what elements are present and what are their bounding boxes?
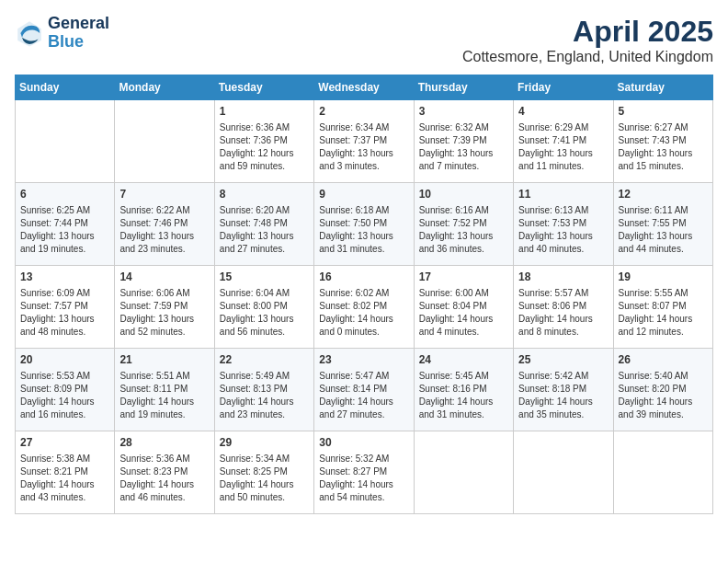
day-number: 26 [619, 352, 708, 368]
calendar-cell [613, 431, 712, 514]
logo: General Blue [15, 15, 109, 52]
cell-info: Sunrise: 6:02 AM Sunset: 8:02 PM Dayligh… [319, 287, 408, 339]
cell-info: Sunrise: 5:38 AM Sunset: 8:21 PM Dayligh… [20, 453, 109, 504]
calendar-cell: 24Sunrise: 5:45 AM Sunset: 8:16 PM Dayli… [414, 349, 513, 431]
day-number: 8 [220, 187, 309, 202]
calendar-cell: 4Sunrise: 6:29 AM Sunset: 7:41 PM Daylig… [514, 100, 613, 183]
cell-info: Sunrise: 6:36 AM Sunset: 7:36 PM Dayligh… [220, 121, 309, 173]
calendar-cell: 19Sunrise: 5:55 AM Sunset: 8:07 PM Dayli… [613, 266, 712, 349]
cell-info: Sunrise: 6:09 AM Sunset: 7:57 PM Dayligh… [20, 287, 109, 339]
calendar-week-4: 20Sunrise: 5:53 AM Sunset: 8:09 PM Dayli… [16, 349, 713, 431]
cell-info: Sunrise: 5:40 AM Sunset: 8:20 PM Dayligh… [619, 370, 708, 421]
day-number: 27 [20, 435, 109, 451]
calendar-cell: 11Sunrise: 6:13 AM Sunset: 7:53 PM Dayli… [514, 183, 613, 266]
calendar-cell [115, 100, 214, 183]
day-number: 13 [20, 270, 109, 285]
cell-info: Sunrise: 6:27 AM Sunset: 7:43 PM Dayligh… [619, 121, 708, 173]
day-number: 28 [119, 435, 209, 451]
column-header-saturday: Saturday [613, 75, 712, 100]
calendar-cell: 20Sunrise: 5:53 AM Sunset: 8:09 PM Dayli… [16, 349, 115, 431]
calendar-cell: 9Sunrise: 6:18 AM Sunset: 7:50 PM Daylig… [314, 183, 414, 266]
calendar-week-5: 27Sunrise: 5:38 AM Sunset: 8:21 PM Dayli… [16, 431, 713, 514]
calendar-cell: 8Sunrise: 6:20 AM Sunset: 7:48 PM Daylig… [214, 183, 313, 266]
column-header-friday: Friday [514, 75, 613, 100]
calendar-cell: 3Sunrise: 6:32 AM Sunset: 7:39 PM Daylig… [414, 100, 513, 183]
calendar-cell: 13Sunrise: 6:09 AM Sunset: 7:57 PM Dayli… [16, 266, 115, 349]
calendar-cell: 14Sunrise: 6:06 AM Sunset: 7:59 PM Dayli… [115, 266, 214, 349]
calendar-cell: 6Sunrise: 6:25 AM Sunset: 7:44 PM Daylig… [16, 183, 115, 266]
calendar-cell [514, 431, 613, 514]
logo-line1: General [48, 15, 109, 33]
day-number: 19 [619, 270, 708, 285]
cell-info: Sunrise: 6:16 AM Sunset: 7:52 PM Dayligh… [419, 204, 508, 256]
day-number: 21 [119, 352, 209, 368]
cell-info: Sunrise: 5:34 AM Sunset: 8:25 PM Dayligh… [220, 453, 309, 504]
day-number: 30 [319, 435, 408, 451]
title-block: April 2025 Cottesmore, England, United K… [462, 15, 713, 65]
page-subtitle: Cottesmore, England, United Kingdom [462, 49, 713, 65]
day-number: 16 [319, 270, 408, 285]
day-number: 25 [518, 352, 608, 368]
calendar-cell: 23Sunrise: 5:47 AM Sunset: 8:14 PM Dayli… [314, 349, 414, 431]
cell-info: Sunrise: 6:18 AM Sunset: 7:50 PM Dayligh… [319, 204, 408, 256]
cell-info: Sunrise: 5:47 AM Sunset: 8:14 PM Dayligh… [319, 370, 408, 421]
day-number: 9 [319, 187, 408, 202]
calendar-cell: 2Sunrise: 6:34 AM Sunset: 7:37 PM Daylig… [314, 100, 414, 183]
calendar-cell: 1Sunrise: 6:36 AM Sunset: 7:36 PM Daylig… [214, 100, 313, 183]
calendar-cell: 22Sunrise: 5:49 AM Sunset: 8:13 PM Dayli… [214, 349, 313, 431]
day-number: 5 [619, 104, 708, 120]
calendar-cell: 5Sunrise: 6:27 AM Sunset: 7:43 PM Daylig… [613, 100, 712, 183]
day-number: 12 [619, 187, 708, 202]
calendar-cell [16, 100, 115, 183]
cell-info: Sunrise: 5:57 AM Sunset: 8:06 PM Dayligh… [518, 287, 608, 339]
day-number: 3 [419, 104, 508, 120]
calendar-cell: 29Sunrise: 5:34 AM Sunset: 8:25 PM Dayli… [214, 431, 313, 514]
logo-icon [15, 18, 44, 48]
day-number: 6 [20, 187, 109, 202]
calendar-week-1: 1Sunrise: 6:36 AM Sunset: 7:36 PM Daylig… [16, 100, 713, 183]
cell-info: Sunrise: 6:32 AM Sunset: 7:39 PM Dayligh… [419, 121, 508, 173]
column-header-monday: Monday [115, 75, 214, 100]
calendar-cell: 15Sunrise: 6:04 AM Sunset: 8:00 PM Dayli… [214, 266, 313, 349]
cell-info: Sunrise: 5:32 AM Sunset: 8:27 PM Dayligh… [319, 453, 408, 504]
calendar-cell: 12Sunrise: 6:11 AM Sunset: 7:55 PM Dayli… [613, 183, 712, 266]
calendar-cell [414, 431, 513, 514]
day-number: 14 [119, 270, 209, 285]
cell-info: Sunrise: 5:51 AM Sunset: 8:11 PM Dayligh… [119, 370, 209, 421]
cell-info: Sunrise: 5:49 AM Sunset: 8:13 PM Dayligh… [220, 370, 309, 421]
day-number: 17 [419, 270, 508, 285]
cell-info: Sunrise: 6:06 AM Sunset: 7:59 PM Dayligh… [119, 287, 209, 339]
calendar-cell: 10Sunrise: 6:16 AM Sunset: 7:52 PM Dayli… [414, 183, 513, 266]
page-title: April 2025 [462, 15, 713, 49]
cell-info: Sunrise: 6:20 AM Sunset: 7:48 PM Dayligh… [220, 204, 309, 256]
day-number: 4 [518, 104, 608, 120]
cell-info: Sunrise: 5:45 AM Sunset: 8:16 PM Dayligh… [419, 370, 508, 421]
day-number: 24 [419, 352, 508, 368]
column-header-wednesday: Wednesday [314, 75, 414, 100]
cell-info: Sunrise: 6:25 AM Sunset: 7:44 PM Dayligh… [20, 204, 109, 256]
column-header-sunday: Sunday [16, 75, 115, 100]
calendar-week-2: 6Sunrise: 6:25 AM Sunset: 7:44 PM Daylig… [16, 183, 713, 266]
cell-info: Sunrise: 6:11 AM Sunset: 7:55 PM Dayligh… [619, 204, 708, 256]
cell-info: Sunrise: 6:00 AM Sunset: 8:04 PM Dayligh… [419, 287, 508, 339]
day-number: 11 [518, 187, 608, 202]
day-number: 23 [319, 352, 408, 368]
page-header: General Blue April 2025 Cottesmore, Engl… [15, 15, 713, 65]
calendar-cell: 21Sunrise: 5:51 AM Sunset: 8:11 PM Dayli… [115, 349, 214, 431]
calendar-cell: 28Sunrise: 5:36 AM Sunset: 8:23 PM Dayli… [115, 431, 214, 514]
calendar-cell: 30Sunrise: 5:32 AM Sunset: 8:27 PM Dayli… [314, 431, 414, 514]
calendar-cell: 26Sunrise: 5:40 AM Sunset: 8:20 PM Dayli… [613, 349, 712, 431]
cell-info: Sunrise: 6:34 AM Sunset: 7:37 PM Dayligh… [319, 121, 408, 173]
day-number: 7 [119, 187, 209, 202]
calendar-cell: 17Sunrise: 6:00 AM Sunset: 8:04 PM Dayli… [414, 266, 513, 349]
cell-info: Sunrise: 5:42 AM Sunset: 8:18 PM Dayligh… [518, 370, 608, 421]
cell-info: Sunrise: 6:04 AM Sunset: 8:00 PM Dayligh… [220, 287, 309, 339]
day-number: 22 [220, 352, 309, 368]
logo-line2: Blue [48, 33, 109, 52]
calendar-header: SundayMondayTuesdayWednesdayThursdayFrid… [16, 75, 713, 100]
day-number: 18 [518, 270, 608, 285]
cell-info: Sunrise: 6:13 AM Sunset: 7:53 PM Dayligh… [518, 204, 608, 256]
day-number: 10 [419, 187, 508, 202]
cell-info: Sunrise: 6:29 AM Sunset: 7:41 PM Dayligh… [518, 121, 608, 173]
day-number: 20 [20, 352, 109, 368]
